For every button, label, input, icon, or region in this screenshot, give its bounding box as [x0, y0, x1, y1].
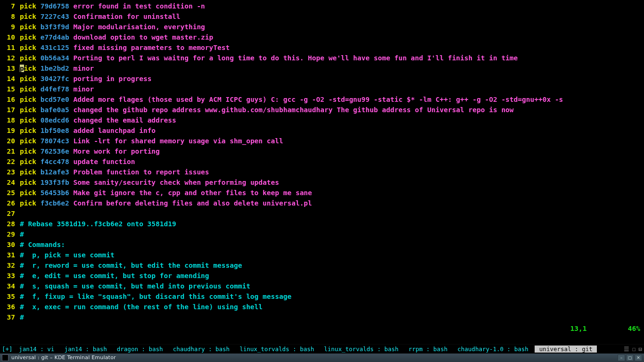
editor-line[interactable]: 28# Rebase 3581d19..f3cb6e2 onto 3581d19 — [2, 219, 642, 229]
line-number: 18 — [2, 115, 15, 125]
window-minimize-button[interactable]: – — [618, 354, 625, 361]
editor-line[interactable]: 15pick d4fef78 minor — [2, 84, 642, 94]
editor-line[interactable]: 37# — [2, 312, 642, 322]
editor-line[interactable]: 24pick 193f3fb Some sanity/security chec… — [2, 177, 642, 188]
line-content: pick 30427fc porting in progress — [20, 74, 151, 84]
line-number: 31 — [2, 250, 15, 260]
line-content: # r, reword = use commit, but edit the c… — [20, 260, 242, 271]
line-content: pick f3cb6e2 Confirm before deleting fil… — [20, 198, 312, 208]
line-number: 10 — [2, 32, 15, 42]
line-content: # Commands: — [20, 239, 65, 250]
line-content: pick 0b56a34 Porting to perl I was waitn… — [20, 53, 518, 63]
line-content: pick e77d4ab download option to wget mas… — [20, 32, 213, 42]
editor-line[interactable]: 25pick 56453b6 Make git ignore the c, cp… — [2, 188, 642, 198]
line-content: pick 08edcd6 changed the email address — [20, 115, 176, 125]
editor-line[interactable]: 22pick f4cc478 update function — [2, 156, 642, 167]
line-number: 27 — [2, 208, 15, 219]
line-number: 26 — [2, 198, 15, 208]
line-number: 22 — [2, 156, 15, 167]
line-content: # Rebase 3581d19..f3cb6e2 onto 3581d19 — [20, 219, 176, 229]
editor-line[interactable]: 20pick 78074c3 Link -lrt for shared memo… — [2, 136, 642, 146]
line-content: # p, pick = use commit — [20, 250, 115, 260]
line-number: 19 — [2, 125, 15, 136]
window-titlebar[interactable]: universal : git – KDE Terminal Emulator … — [0, 354, 644, 362]
line-number: 24 — [2, 177, 15, 188]
line-content: pick 193f3fb Some sanity/security check … — [20, 177, 279, 188]
line-content: pick 1be2bd2 minor — [20, 63, 94, 74]
tmux-window-tab[interactable]: linux_torvalds : bash — [236, 346, 318, 353]
editor-line[interactable]: 10pick e77d4ab download option to wget m… — [2, 32, 642, 42]
line-number: 7 — [2, 1, 15, 11]
tmux-window-tab[interactable]: dragon : bash — [113, 346, 166, 353]
editor-line[interactable]: 32# r, reword = use commit, but edit the… — [2, 260, 642, 271]
line-content: pick f4cc478 update function — [20, 156, 135, 167]
line-number: 8 — [2, 11, 15, 22]
line-content: pick 78074c3 Link -lrt for shared memory… — [20, 136, 283, 146]
line-number: 28 — [2, 219, 15, 229]
line-number: 36 — [2, 302, 15, 312]
line-content: # f, fixup = like "squash", but discard … — [20, 291, 291, 302]
line-number: 34 — [2, 281, 15, 291]
line-content: pick bcd57e0 Added more flages (those us… — [20, 94, 563, 105]
tmux-window-tab[interactable]: universal : git — [535, 346, 597, 353]
line-content: # — [20, 229, 24, 239]
editor-line[interactable]: 16pick bcd57e0 Added more flages (those … — [2, 94, 642, 105]
editor-line[interactable]: 17pick bafe0a5 changed the github repo a… — [2, 105, 642, 115]
line-number: 14 — [2, 74, 15, 84]
editor-line[interactable]: 14pick 30427fc porting in progress — [2, 74, 642, 84]
editor-line[interactable]: 8pick 7227c43 Confirmation for uninstall — [2, 11, 642, 22]
window-title: universal : git – KDE Terminal Emulator — [11, 354, 116, 362]
editor-line[interactable]: 29# — [2, 229, 642, 239]
line-content: # — [20, 312, 24, 322]
line-number: 20 — [2, 136, 15, 146]
editor-line[interactable]: 23pick b12afe3 Problem function to repor… — [2, 167, 642, 177]
line-number: 16 — [2, 94, 15, 105]
line-number: 30 — [2, 239, 15, 250]
editor-line[interactable]: 34# s, squash = use commit, but meld int… — [2, 281, 642, 291]
tmux-window-tab[interactable]: jan14 : bash — [61, 346, 110, 353]
editor-line[interactable]: 27 — [2, 208, 642, 219]
window-close-button[interactable]: ✕ — [635, 354, 642, 361]
tmux-symbol: ⊟ — [638, 345, 642, 354]
editor-line[interactable]: 26pick f3cb6e2 Confirm before deleting f… — [2, 198, 642, 208]
line-content: # x, exec = run command (the rest of the… — [20, 302, 263, 312]
tmux-window-tab[interactable]: linux_torvalds : bash — [321, 346, 402, 353]
window-maximize-button[interactable]: ▢ — [626, 354, 634, 361]
line-content: pick 1bf50e8 added launchpad info — [20, 125, 156, 136]
cursor: p — [20, 65, 24, 72]
tmux-session-indicator: [+] — [2, 345, 13, 354]
tmux-window-tab[interactable]: jan14 : vi — [16, 346, 58, 353]
tmux-window-tab[interactable]: chaudhary : bash — [169, 346, 233, 353]
line-number: 9 — [2, 22, 15, 32]
app-icon — [2, 354, 8, 361]
tmux-window-tab[interactable]: rrpm : bash — [405, 346, 451, 353]
line-number: 13 — [2, 63, 15, 74]
editor-line[interactable]: 30# Commands: — [2, 239, 642, 250]
editor-line[interactable]: 7pick 79d6758 error found in test condit… — [2, 1, 642, 11]
line-content: pick 431c125 fixed missing parameters to… — [20, 42, 230, 53]
line-content: pick b3f3f9d Major modularisation, every… — [20, 22, 205, 32]
tmux-symbol: ☐ — [632, 345, 636, 354]
line-number: 35 — [2, 291, 15, 302]
line-number: 15 — [2, 84, 15, 94]
line-content: pick b12afe3 Problem function to report … — [20, 167, 209, 177]
editor-viewport[interactable]: 7pick 79d6758 error found in test condit… — [0, 0, 644, 342]
editor-line[interactable]: 35# f, fixup = like "squash", but discar… — [2, 291, 642, 302]
editor-line[interactable]: 11pick 431c125 fixed missing parameters … — [2, 42, 642, 53]
line-content: pick bafe0a5 changed the github repo add… — [20, 105, 514, 115]
editor-line[interactable]: 9pick b3f3f9d Major modularisation, ever… — [2, 22, 642, 32]
line-number: 25 — [2, 188, 15, 198]
line-number: 11 — [2, 42, 15, 53]
editor-line[interactable]: 18pick 08edcd6 changed the email address — [2, 115, 642, 125]
editor-line[interactable]: 13pick 1be2bd2 minor — [2, 63, 642, 74]
editor-line[interactable]: 33# e, edit = use commit, but stop for a… — [2, 271, 642, 281]
tmux-symbol: ☰ — [624, 345, 629, 354]
editor-line[interactable]: 36# x, exec = run command (the rest of t… — [2, 302, 642, 312]
editor-line[interactable]: 31# p, pick = use commit — [2, 250, 642, 260]
editor-line[interactable]: 19pick 1bf50e8 added launchpad info — [2, 125, 642, 136]
vim-status: 13,1 46% — [562, 313, 640, 334]
editor-line[interactable]: 21pick 762536e More work for porting — [2, 146, 642, 156]
tmux-window-tab[interactable]: chaudhary-1.0 : bash — [454, 346, 532, 353]
editor-line[interactable]: 12pick 0b56a34 Porting to perl I was wai… — [2, 53, 642, 63]
line-number: 23 — [2, 167, 15, 177]
